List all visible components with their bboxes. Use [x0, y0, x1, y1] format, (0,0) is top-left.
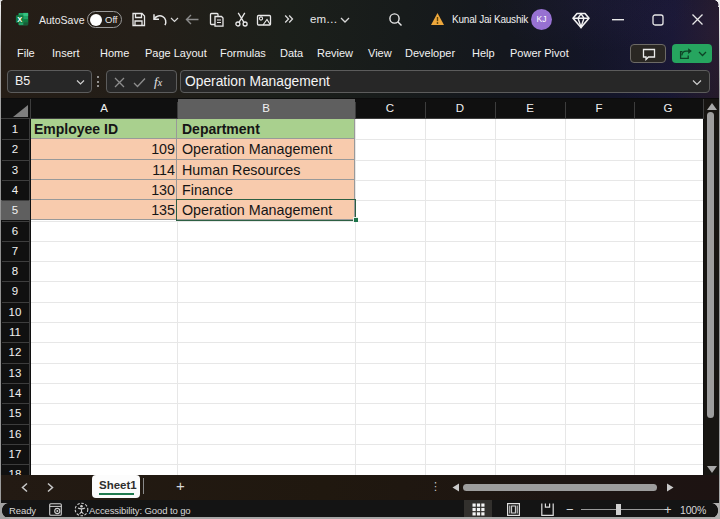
svg-text:X: X — [17, 15, 22, 24]
